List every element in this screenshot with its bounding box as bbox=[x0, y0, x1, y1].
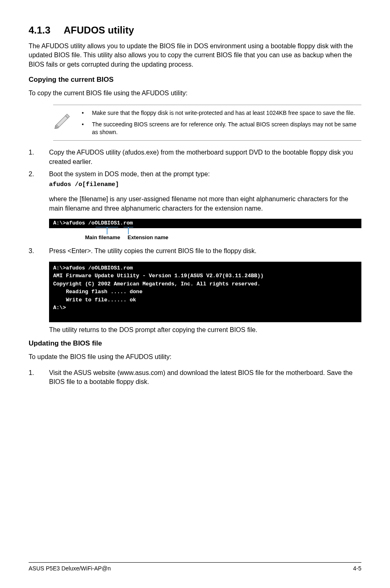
callout-labels: Main filename Extension name bbox=[85, 234, 168, 240]
note-text: The succeeding BIOS screens are for refe… bbox=[92, 121, 361, 136]
step-body: Boot the system in DOS mode, then at the… bbox=[49, 170, 361, 213]
list-item: 2. Boot the system in DOS mode, then at … bbox=[29, 170, 361, 213]
intro-paragraph: The AFUDOS utility allows you to update … bbox=[29, 42, 361, 69]
step-number: 1. bbox=[29, 148, 37, 166]
numbered-list: 1. Visit the ASUS website (www.asus.com)… bbox=[29, 368, 361, 387]
note-item: • The succeeding BIOS screens are for re… bbox=[82, 121, 361, 136]
step-body: Visit the ASUS website (www.asus.com) an… bbox=[49, 368, 361, 387]
numbered-list: 3. Press <Enter>. The utility copies the… bbox=[29, 247, 361, 256]
extension-name-label: Extension name bbox=[128, 234, 168, 240]
note-text: Make sure that the floppy disk is not wr… bbox=[92, 109, 355, 117]
numbered-list: 1. Copy the AFUDOS utility (afudos.exe) … bbox=[29, 148, 361, 213]
copying-lead: To copy the current BIOS file using the … bbox=[29, 89, 361, 98]
step-number: 3. bbox=[29, 247, 37, 256]
section-number: 4.1.3 bbox=[29, 25, 61, 36]
note-item: • Make sure that the floppy disk is not … bbox=[82, 109, 361, 117]
terminal-output: A:\>afudos /oOLDBIOS1.rom AMI Firmware U… bbox=[49, 262, 361, 323]
updating-heading: Updating the BIOS file bbox=[29, 339, 361, 348]
note-items: • Make sure that the floppy disk is not … bbox=[82, 109, 361, 137]
return-text: The utility returns to the DOS prompt af… bbox=[49, 325, 361, 334]
updating-lead: To update the BIOS file using the AFUDOS… bbox=[29, 352, 361, 361]
note-block: • Make sure that the floppy disk is not … bbox=[53, 105, 361, 141]
bullet-icon: • bbox=[82, 109, 84, 117]
code-command: afudos /o[filename] bbox=[49, 180, 361, 189]
footer-product: ASUS P5E3 Deluxe/WiFi-AP@n bbox=[29, 565, 111, 572]
step-body: Copy the AFUDOS utility (afudos.exe) fro… bbox=[49, 148, 361, 166]
filename-callout: A:\>afudos /oOLDBIOS1.rom Main filename … bbox=[49, 219, 361, 242]
list-item: 1. Visit the ASUS website (www.asus.com)… bbox=[29, 368, 361, 387]
step-number: 1. bbox=[29, 368, 37, 387]
list-item: 3. Press <Enter>. The utility copies the… bbox=[29, 247, 361, 256]
section-title: AFUDOS utility bbox=[64, 25, 134, 36]
callout-lines-icon bbox=[96, 227, 149, 235]
footer-page-number: 4-5 bbox=[353, 565, 361, 572]
step-body: Press <Enter>. The utility copies the cu… bbox=[49, 247, 361, 256]
section-heading: 4.1.3 AFUDOS utility bbox=[29, 25, 361, 36]
list-item: 1. Copy the AFUDOS utility (afudos.exe) … bbox=[29, 148, 361, 166]
pencil-note-icon bbox=[53, 109, 74, 137]
main-filename-label: Main filename bbox=[85, 234, 120, 240]
copying-heading: Copying the current BIOS bbox=[29, 76, 361, 84]
step-after-text: where the [filename] is any user-assigne… bbox=[49, 195, 361, 213]
step-number: 2. bbox=[29, 170, 37, 213]
step-text: Boot the system in DOS mode, then at the… bbox=[49, 171, 210, 177]
page-footer: ASUS P5E3 Deluxe/WiFi-AP@n 4-5 bbox=[29, 562, 361, 572]
bullet-icon: • bbox=[82, 121, 84, 136]
